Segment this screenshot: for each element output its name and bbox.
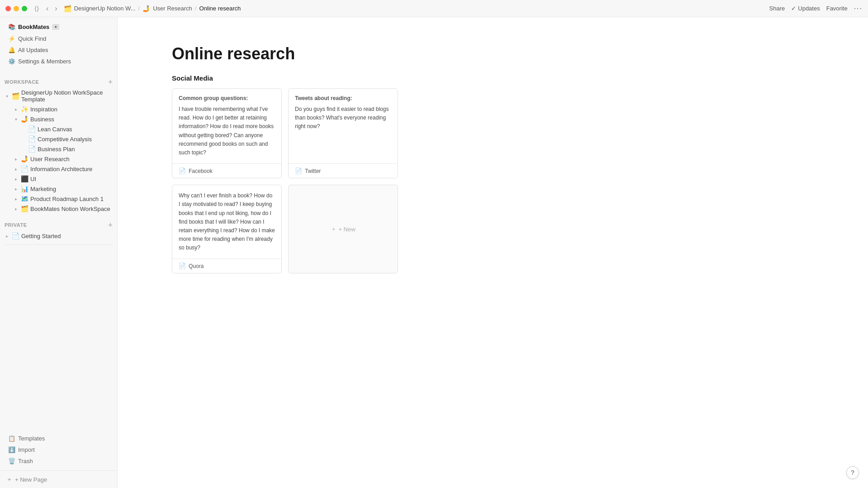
private-section-header: PRIVATE + (0, 219, 117, 231)
card-quora-text: Why can't I ever finish a book? How do I… (179, 191, 275, 252)
breadcrumb-current-page: Online research (199, 5, 241, 12)
business-children: 📄 Lean Canvas 📄 Competitive Analysis 📄 B… (7, 124, 117, 154)
breadcrumb-section-icon: 🤳 (142, 5, 150, 12)
sidebar-item-settings[interactable]: ⚙️ Settings & Members (5, 56, 113, 67)
help-icon: ? (851, 469, 854, 476)
inspiration-label: Inspiration (30, 106, 114, 113)
tree-item-business-plan[interactable]: 📄 Business Plan (14, 144, 117, 154)
card-facebook: Common group questions: I have trouble r… (172, 88, 282, 178)
card-quora-footer-label: Quora (189, 263, 204, 269)
more-options-button[interactable]: ··· (854, 5, 863, 13)
sidebar: 📚 BookMates ✦ ⚡ Quick Find 🔔 All Updates… (0, 17, 118, 488)
main-content: Online research Social Media Common grou… (118, 17, 868, 488)
favorite-button[interactable]: Favorite (826, 5, 848, 12)
tree-item-business[interactable]: ▾ 🤳 Business (7, 114, 117, 124)
getting-started-label: Getting Started (21, 233, 114, 239)
sidebar-item-import[interactable]: ⬇️ Import (5, 444, 113, 455)
chevron-right-icon: ▸ (13, 187, 19, 191)
bookmates-workspace-icon: 🗂️ (21, 205, 28, 212)
breadcrumb-workspace-icon: 🗂️ (64, 5, 71, 12)
tree-item-designerup[interactable]: ▾ 🗂️ DesignerUp Notion WorkSpace Templat… (0, 88, 117, 104)
workspace-badge: ✦ (52, 24, 59, 30)
tree-item-bookmates-workspace[interactable]: ▸ 🗂️ BookMates Notion WorkSpace (7, 204, 117, 214)
business-icon: 🤳 (21, 115, 28, 123)
tree-item-lean-canvas[interactable]: 📄 Lean Canvas (14, 124, 117, 134)
app-body: 📚 BookMates ✦ ⚡ Quick Find 🔔 All Updates… (0, 17, 868, 488)
card-facebook-label: Common group questions: (179, 95, 275, 101)
tree-item-marketing[interactable]: ▸ 📊 Marketing (7, 184, 117, 194)
bookmates-workspace-label: BookMates Notion WorkSpace (30, 206, 114, 212)
close-button[interactable] (5, 6, 11, 11)
card-facebook-footer[interactable]: 📄 Facebook (172, 163, 281, 178)
sidebar-top: 📚 BookMates ✦ ⚡ Quick Find 🔔 All Updates… (0, 17, 117, 71)
sidebar-divider (5, 244, 113, 245)
sidebar-item-allupdates[interactable]: 🔔 All Updates (5, 44, 113, 56)
tree-item-product-roadmap[interactable]: ▸ 🗺️ Product Roadmap Launch 1 (7, 194, 117, 204)
info-arch-label: Information Architecture (30, 166, 114, 172)
designerup-icon: 🗂️ (12, 92, 19, 100)
designerup-label: DesignerUp Notion WorkSpace Template (21, 89, 114, 103)
titlebar-actions: Share ✓ Updates Favorite ··· (769, 5, 863, 13)
breadcrumb: 🗂️ DesignerUp Notion W... / 🤳 User Resea… (64, 5, 241, 12)
tree-item-competitive-analysis[interactable]: 📄 Competitive Analysis (14, 134, 117, 144)
tree-item-info-arch[interactable]: ▸ 📄 Information Architecture (7, 164, 117, 174)
updates-button[interactable]: ✓ Updates (791, 5, 820, 12)
back-button[interactable]: ‹ (44, 4, 50, 14)
new-card-label: + New (338, 226, 355, 233)
workspace-header[interactable]: 📚 BookMates ✦ (5, 21, 113, 33)
tree-item-user-research[interactable]: ▸ 🤳 User Research (7, 154, 117, 164)
titlebar: ⟨⟩ ‹ › 🗂️ DesignerUp Notion W... / 🤳 Use… (0, 0, 868, 17)
breadcrumb-workspace-link[interactable]: DesignerUp Notion W... (74, 5, 136, 12)
ui-label: UI (30, 176, 114, 182)
card-twitter-footer[interactable]: 📄 Twitter (289, 163, 398, 178)
chevron-right-icon: ▸ (13, 196, 19, 201)
breadcrumb-sep-1: / (138, 5, 140, 12)
workspace-section-label: WORKSPACE (5, 79, 39, 85)
maximize-button[interactable] (22, 6, 27, 11)
competitive-analysis-label: Competitive Analysis (38, 136, 114, 143)
import-label: Import (18, 446, 109, 453)
sidebar-toggle[interactable]: ⟨⟩ (34, 5, 39, 12)
help-button[interactable]: ? (846, 466, 859, 479)
inspiration-icon: ✨ (21, 105, 28, 113)
private-add-button[interactable]: + (108, 221, 113, 229)
card-new[interactable]: ＋ + New (288, 185, 398, 273)
workspace-add-button[interactable]: + (108, 78, 113, 86)
tree-item-inspiration[interactable]: ▸ ✨ Inspiration (7, 104, 117, 114)
minimize-button[interactable] (14, 6, 19, 11)
new-page-button[interactable]: ＋ + New Page (0, 470, 117, 488)
business-plan-label: Business Plan (38, 146, 114, 153)
section-heading: Social Media (172, 74, 814, 82)
card-facebook-text: I have trouble remembering what I've rea… (179, 105, 275, 157)
tree-item-getting-started[interactable]: ▸ 📄 Getting Started (0, 231, 117, 241)
twitter-page-icon: 📄 (295, 167, 302, 174)
private-section-label: PRIVATE (5, 222, 27, 228)
card-quora: Why can't I ever finish a book? How do I… (172, 185, 282, 273)
nav-arrows: ‹ › (44, 4, 59, 14)
sidebar-item-templates[interactable]: 📋 Templates (5, 433, 113, 444)
business-plan-icon: 📄 (28, 145, 36, 153)
card-quora-body: Why can't I ever finish a book? How do I… (172, 185, 281, 258)
tree-item-ui[interactable]: ▸ ⬛ UI (7, 174, 117, 184)
workspace-section-header: WORKSPACE + (0, 76, 117, 88)
forward-button[interactable]: › (53, 4, 59, 14)
breadcrumb-sep-2: / (195, 5, 197, 12)
sidebar-footer: 📋 Templates ⬇️ Import 🗑️ Trash (0, 429, 117, 470)
chevron-right-icon: ▸ (13, 157, 19, 162)
new-card-plus-icon: ＋ (331, 225, 337, 233)
ui-icon: ⬛ (21, 175, 28, 182)
gear-icon: ⚙️ (8, 58, 15, 65)
share-button[interactable]: Share (769, 5, 785, 12)
card-twitter-body: Tweets about reading: Do you guys find i… (289, 89, 398, 163)
import-icon: ⬇️ (8, 446, 15, 453)
workspace-section: WORKSPACE + ▾ 🗂️ DesignerUp Notion WorkS… (0, 76, 117, 214)
sidebar-item-quickfind[interactable]: ⚡ Quick Find (5, 33, 113, 44)
lean-canvas-label: Lean Canvas (38, 126, 114, 133)
breadcrumb-section-link[interactable]: User Research (153, 5, 192, 12)
card-quora-footer[interactable]: 📄 Quora (172, 258, 281, 273)
sidebar-item-trash[interactable]: 🗑️ Trash (5, 455, 113, 467)
marketing-icon: 📊 (21, 185, 28, 192)
user-research-label: User Research (30, 156, 114, 163)
lean-canvas-icon: 📄 (28, 125, 36, 133)
chevron-right-icon: ▸ (13, 177, 19, 182)
